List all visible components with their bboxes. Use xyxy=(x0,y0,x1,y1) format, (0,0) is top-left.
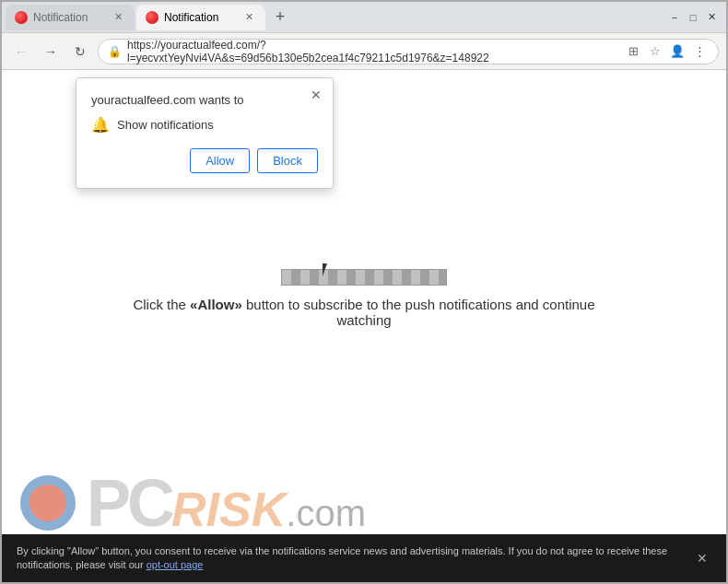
address-text: https://youractualfeed.com/?l=yecvxtYeyN… xyxy=(127,39,618,64)
tab-favicon-1 xyxy=(15,11,28,24)
tab-1[interactable]: Notification ✕ xyxy=(6,5,135,30)
allow-button[interactable]: Allow xyxy=(190,148,250,173)
address-right-icons: ⊞ ☆ 👤 ⋮ xyxy=(624,42,709,61)
back-button[interactable]: ← xyxy=(9,40,33,64)
notification-popup: ✕ youractualfeed.com wants to 🔔 Show not… xyxy=(76,77,334,189)
tab-2[interactable]: Notification ✕ xyxy=(136,5,265,30)
opt-out-link[interactable]: opt-out page xyxy=(147,559,204,570)
forward-button[interactable]: → xyxy=(39,40,63,64)
popup-close-button[interactable]: ✕ xyxy=(307,86,325,104)
popup-notification-label: Show notifications xyxy=(117,118,214,132)
tab-title-2: Notification xyxy=(164,11,236,24)
account-icon[interactable]: 👤 xyxy=(668,42,687,61)
minimize-button[interactable]: − xyxy=(667,10,682,25)
tab-favicon-2 xyxy=(146,11,159,24)
consent-text: By clicking "Allow" button, you consent … xyxy=(17,544,684,573)
svg-point-2 xyxy=(48,501,63,516)
consent-close-button[interactable]: ✕ xyxy=(693,549,711,567)
watermark-pc: PC xyxy=(87,470,171,536)
address-bar: ← → ↻ 🔒 https://youractualfeed.com/?l=ye… xyxy=(2,33,726,70)
address-bar-input[interactable]: 🔒 https://youractualfeed.com/?l=yecvxtYe… xyxy=(98,39,719,64)
maximize-button[interactable]: □ xyxy=(686,10,700,25)
lock-icon: 🔒 xyxy=(108,45,122,58)
popup-title: youractualfeed.com wants to xyxy=(91,93,318,107)
svg-point-0 xyxy=(22,477,74,529)
tab-close-1[interactable]: ✕ xyxy=(111,10,125,25)
star-icon[interactable]: ☆ xyxy=(646,42,664,61)
block-button[interactable]: Block xyxy=(257,148,318,173)
progress-bar xyxy=(281,269,447,286)
browser-window: Notification ✕ Notification ✕ + − □ ✕ ← … xyxy=(0,0,728,584)
watermark: PC RISK .com xyxy=(20,470,366,536)
title-bar: Notification ✕ Notification ✕ + − □ ✕ xyxy=(2,2,726,33)
allow-highlight: «Allow» xyxy=(190,297,242,312)
content-area: ✕ youractualfeed.com wants to 🔔 Show not… xyxy=(2,70,726,582)
popup-notification-row: 🔔 Show notifications xyxy=(91,116,318,134)
svg-point-1 xyxy=(29,488,52,510)
tab-close-2[interactable]: ✕ xyxy=(241,10,256,25)
watermark-logo xyxy=(20,475,76,531)
watermark-risk: RISK xyxy=(171,485,286,533)
tab-title-1: Notification xyxy=(33,11,105,24)
grid-icon[interactable]: ⊞ xyxy=(624,42,642,61)
page-instruction: Click the «Allow» button to subscribe to… xyxy=(115,297,613,328)
refresh-button[interactable]: ↻ xyxy=(68,40,92,64)
watermark-com: .com xyxy=(286,495,366,531)
svg-point-3 xyxy=(38,505,49,516)
popup-buttons: Allow Block xyxy=(91,148,318,173)
menu-icon[interactable]: ⋮ xyxy=(690,42,709,61)
bell-icon: 🔔 xyxy=(91,116,110,134)
window-controls: − □ ✕ xyxy=(667,10,722,25)
close-button[interactable]: ✕ xyxy=(704,10,719,25)
consent-bar: By clicking "Allow" button, you consent … xyxy=(2,534,726,582)
new-tab-button[interactable]: + xyxy=(267,5,293,30)
